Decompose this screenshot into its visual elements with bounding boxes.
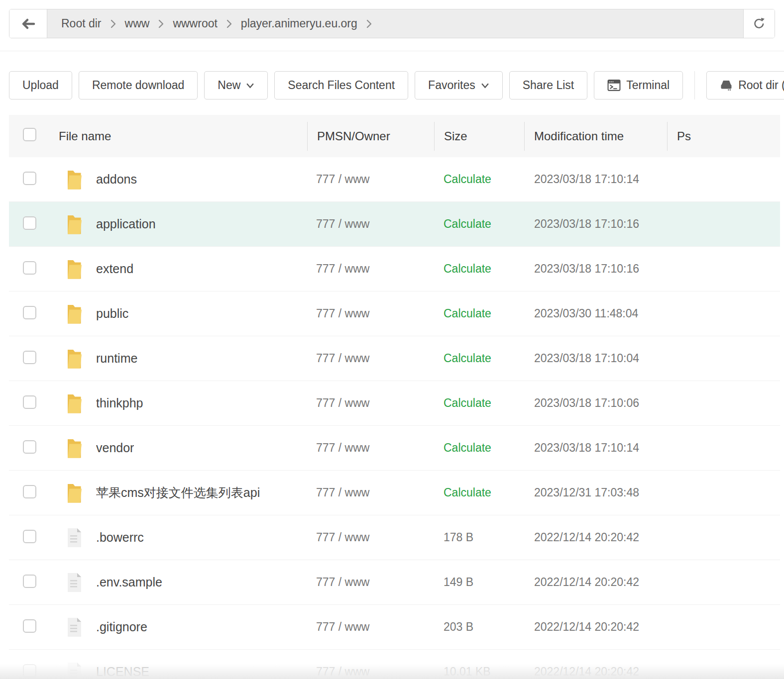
table-row[interactable]: thinkphp 777 / www Calculate 2023/03/18 …	[9, 381, 780, 426]
row-checkbox[interactable]	[23, 619, 36, 633]
folder-icon	[64, 169, 84, 190]
file-name-cell: LICENSE	[59, 661, 307, 679]
calculate-link[interactable]: Calculate	[444, 217, 491, 230]
row-checkbox[interactable]	[23, 530, 36, 543]
folder-icon	[64, 393, 84, 414]
breadcrumb-item[interactable]: www	[125, 17, 150, 30]
table-row[interactable]: LICENSE 777 / www 10.01 KB 2022/12/14 20…	[9, 650, 780, 679]
calculate-link[interactable]: Calculate	[444, 441, 491, 454]
size-cell: Calculate	[434, 173, 524, 186]
row-checkbox[interactable]	[23, 261, 36, 275]
pmsn-owner-value: 777 / www	[307, 307, 434, 320]
calculate-link[interactable]: Calculate	[444, 486, 491, 499]
pmsn-owner-value: 777 / www	[307, 262, 434, 276]
new-button[interactable]: New	[204, 71, 268, 99]
modification-time-value: 2023/03/18 17:10:04	[524, 352, 667, 365]
row-checkbox-cell	[9, 395, 59, 411]
disk-icon	[720, 79, 733, 92]
header-checkbox-cell	[9, 128, 59, 144]
row-checkbox[interactable]	[23, 172, 36, 185]
header-ps: Ps	[667, 129, 780, 143]
table-row[interactable]: .bowerrc 777 / www 178 B 2022/12/14 20:2…	[9, 515, 780, 560]
size-cell: Calculate	[434, 396, 524, 410]
table-row[interactable]: .env.sample 777 / www 149 B 2022/12/14 2…	[9, 560, 780, 605]
row-checkbox-cell	[9, 351, 59, 366]
file-name-cell: runtime	[59, 348, 307, 370]
file-name[interactable]: runtime	[96, 351, 137, 366]
favorites-button[interactable]: Favorites	[415, 71, 503, 99]
row-checkbox-cell	[9, 172, 59, 187]
breadcrumb-separator-icon	[366, 19, 372, 29]
row-checkbox[interactable]	[23, 664, 36, 678]
modification-time-value: 2023/03/30 11:48:04	[524, 307, 667, 320]
file-name-cell: public	[59, 303, 307, 325]
modification-time-value: 2022/12/14 20:20:42	[524, 620, 667, 634]
file-name-cell: 苹果cms对接文件选集列表api	[59, 482, 307, 504]
breadcrumb-item[interactable]: wwwroot	[173, 17, 217, 30]
size-cell: Calculate	[434, 217, 524, 231]
file-name[interactable]: thinkphp	[96, 396, 143, 410]
upload-button[interactable]: Upload	[9, 71, 72, 99]
row-checkbox[interactable]	[23, 351, 36, 364]
file-name[interactable]: .env.sample	[96, 575, 162, 589]
terminal-button[interactable]: Terminal	[594, 71, 683, 99]
modification-time-value: 2023/12/31 17:03:48	[524, 486, 667, 499]
calculate-link[interactable]: Calculate	[444, 352, 491, 365]
file-name-cell: .gitignore	[59, 616, 307, 638]
breadcrumb-item[interactable]: Root dir	[61, 17, 102, 30]
folder-icon	[64, 348, 84, 369]
select-all-checkbox[interactable]	[23, 128, 36, 141]
root-dir-button[interactable]: Root dir (1	[706, 71, 784, 99]
modification-time-value: 2023/03/18 17:10:14	[524, 441, 667, 455]
table-row[interactable]: addons 777 / www Calculate 2023/03/18 17…	[9, 157, 780, 202]
back-button[interactable]	[9, 9, 47, 38]
search-files-content-button[interactable]: Search Files Content	[274, 71, 408, 99]
table-row[interactable]: application 777 / www Calculate 2023/03/…	[9, 202, 780, 247]
file-name[interactable]: LICENSE	[96, 665, 149, 679]
header-size: Size	[434, 129, 524, 143]
file-table: File name PMSN/Owner Size Modification t…	[9, 115, 780, 679]
file-name[interactable]: 苹果cms对接文件选集列表api	[96, 485, 260, 501]
table-row[interactable]: runtime 777 / www Calculate 2023/03/18 1…	[9, 336, 780, 381]
size-cell: 203 B	[434, 620, 524, 634]
file-name[interactable]: addons	[96, 172, 137, 187]
row-checkbox[interactable]	[23, 440, 36, 454]
pmsn-owner-value: 777 / www	[307, 486, 434, 499]
pmsn-owner-value: 777 / www	[307, 576, 434, 589]
calculate-link[interactable]: Calculate	[444, 262, 491, 275]
table-row[interactable]: extend 777 / www Calculate 2023/03/18 17…	[9, 247, 780, 291]
file-name-cell: addons	[59, 169, 307, 191]
row-checkbox[interactable]	[23, 216, 36, 230]
file-name[interactable]: application	[96, 217, 156, 231]
row-checkbox[interactable]	[23, 395, 36, 409]
table-row[interactable]: 苹果cms对接文件选集列表api 777 / www Calculate 202…	[9, 471, 780, 515]
file-name[interactable]: .bowerrc	[96, 530, 144, 545]
refresh-icon	[753, 17, 766, 30]
file-name[interactable]: vendor	[96, 441, 134, 455]
calculate-link[interactable]: Calculate	[444, 307, 491, 320]
chevron-down-icon	[246, 83, 254, 89]
table-row[interactable]: vendor 777 / www Calculate 2023/03/18 17…	[9, 426, 780, 471]
file-name[interactable]: .gitignore	[96, 620, 147, 634]
file-name[interactable]: extend	[96, 262, 133, 276]
table-row[interactable]: public 777 / www Calculate 2023/03/30 11…	[9, 291, 780, 336]
row-checkbox-cell	[9, 619, 59, 635]
file-name-cell: extend	[59, 258, 307, 280]
file-name[interactable]: public	[96, 306, 128, 321]
size-cell: Calculate	[434, 352, 524, 365]
file-table-body: addons 777 / www Calculate 2023/03/18 17…	[9, 157, 780, 679]
root-dir-label: Root dir (1	[738, 79, 784, 92]
calculate-link[interactable]: Calculate	[444, 173, 491, 186]
table-row[interactable]: .gitignore 777 / www 203 B 2022/12/14 20…	[9, 605, 780, 650]
share-list-button[interactable]: Share List	[509, 71, 588, 99]
row-checkbox[interactable]	[23, 575, 36, 588]
refresh-button[interactable]	[743, 9, 775, 38]
row-checkbox[interactable]	[23, 485, 36, 498]
row-checkbox[interactable]	[23, 306, 36, 319]
breadcrumb-separator-icon	[158, 19, 164, 29]
breadcrumb-item[interactable]: player.animeryu.eu.org	[241, 17, 357, 30]
remote-download-button[interactable]: Remote download	[79, 71, 198, 99]
size-cell: Calculate	[434, 262, 524, 276]
calculate-link[interactable]: Calculate	[444, 396, 491, 409]
row-checkbox-cell	[9, 575, 59, 590]
